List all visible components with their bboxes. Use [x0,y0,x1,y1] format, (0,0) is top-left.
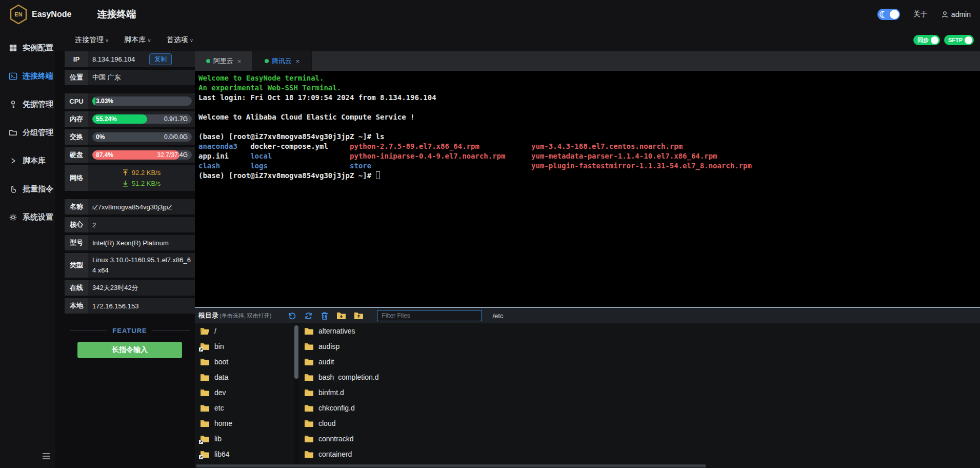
info-row-swap: 交换 0% 0.0/0.0G [65,129,195,145]
sftp-toggle[interactable]: SFTP [944,35,974,45]
file-row-audit[interactable]: audit [299,354,980,369]
file-row-lib[interactable]: lib [195,431,294,446]
sidebar-item-system-settings[interactable]: 系统设置 [0,209,55,225]
folder-icon [304,450,314,458]
file-row-cloud[interactable]: cloud [299,416,980,431]
file-row-home[interactable]: home [195,416,294,431]
file-row-bashcompletiond[interactable]: bash_completion.d [299,369,980,385]
file-row-containerd[interactable]: containerd [299,446,980,462]
memory-progress-bar: 55.24% 0.9/1.7G [92,114,192,124]
sidebar-item-groups[interactable]: 分组管理 [0,125,55,140]
file-tree-root-column: /binbootdatadevetchomeliblib64 [195,323,294,464]
folder-icon [304,388,314,397]
svg-text:EN: EN [14,11,22,17]
copy-ip-button[interactable]: 复制 [149,53,172,65]
file-horizontal-scrollbar[interactable] [195,464,980,468]
folder-icon [304,358,314,366]
terminal-screen[interactable]: Welcome to EasyNode terminal. An experim… [195,71,980,307]
upload-folder-button[interactable] [354,311,364,320]
sidebar: 实例配置 连接终端 凭据管理 分组管理 脚本库 [0,29,55,468]
file-row-binfmtd[interactable]: binfmt.d [299,385,980,400]
refresh-button[interactable] [304,311,313,320]
info-row-disk: 硬盘 87.4% 32.7/37.4G [65,147,195,163]
file-tree-etc-column: alternativesaudispauditbash_completion.d… [299,323,980,464]
about-link[interactable]: 关于 [913,10,928,19]
delete-button[interactable] [321,311,329,320]
network-upload-speed: 92.2 KB/s [132,169,161,177]
filter-files-input[interactable] [377,310,482,321]
folder-icon [304,342,314,350]
file-toolbar: 根目录 (单击选择, 双击打开) [195,308,980,323]
server-cores: 2 [88,217,195,232]
sidebar-item-batch-commands[interactable]: 批量指令 [0,181,55,197]
sidebar-collapse-button[interactable] [42,453,50,462]
connection-status-dot [206,59,210,63]
theme-toggle[interactable] [877,9,900,20]
file-row-boot[interactable]: boot [195,354,294,369]
chevron-right-icon [9,157,17,165]
info-row-cores: 核心 2 [65,217,195,232]
folder-download-icon [336,311,346,320]
folder-icon [304,373,314,381]
info-row-cpu: CPU 3.03% [65,93,195,109]
file-row-bin[interactable]: bin [195,339,294,354]
folder-upload-icon [354,311,364,320]
folder-icon [304,419,314,427]
sidebar-item-scripts[interactable]: 脚本库 [0,153,55,168]
close-icon[interactable]: × [237,57,242,65]
download-folder-button[interactable] [336,311,346,320]
folder-icon [304,404,314,412]
menu-connection-manage[interactable]: 连接管理 ∨ [75,35,109,45]
info-row-memory: 内存 55.24% 0.9/1.7G [65,111,195,127]
toggle-knob [931,36,938,44]
file-row-data[interactable]: data [195,369,294,385]
moon-icon [879,11,887,18]
sidebar-item-instance-config[interactable]: 实例配置 [0,40,55,55]
user-menu[interactable]: admin [941,10,971,18]
info-row-location: 位置 中国 广东 [65,70,195,85]
menu-script-library[interactable]: 脚本库 ∨ [124,35,151,45]
info-row-ip: IP 8.134.196.104 复制 [65,51,195,67]
cpu-progress-bar: 3.03% [92,96,192,106]
hand-icon [9,185,17,193]
server-info-panel: IP 8.134.196.104 复制 位置 中国 广东 CPU 3 [65,51,195,468]
server-hostname: iZ7xv8mogva854vg30j3jpZ [88,199,195,215]
close-icon[interactable]: × [296,57,300,65]
folder-icon [304,435,314,443]
file-row-conntrackd[interactable]: conntrackd [299,431,980,446]
file-row-lib64[interactable]: lib64 [195,446,294,462]
page-title: 连接终端 [97,8,136,21]
gear-icon [9,213,17,222]
file-row-dev[interactable]: dev [195,385,294,400]
download-arrow-icon [123,180,128,187]
undo-button[interactable] [288,311,296,320]
menubar: 连接管理 ∨ 脚本库 ∨ 首选项 ∨ 同步 SFTP [55,29,980,51]
folder-icon [200,358,210,366]
file-row-chkconfigd[interactable]: chkconfig.d [299,400,980,416]
file-lists: /binbootdatadevetchomeliblib64 alternati… [195,323,980,464]
chevron-down-icon: ∨ [147,37,151,43]
file-row-alternatives[interactable]: alternatives [299,323,980,339]
menu-preferences[interactable]: 首选项 ∨ [167,35,193,45]
file-row-etc[interactable]: etc [195,400,294,416]
info-row-network: 网络 92.2 KB/s [65,165,195,191]
file-tree-scrollbar[interactable] [294,323,299,464]
swap-progress-bar: 0% 0.0/0.0G [92,132,192,142]
easynode-logo-icon: EN [9,4,28,25]
toggle-knob [890,10,899,19]
sidebar-item-terminal[interactable]: 连接终端 [0,68,55,84]
tab-tencent[interactable]: 腾讯云 × [253,51,312,71]
info-row-model: 型号 Intel(R) Xeon(R) Platinum [65,235,195,250]
file-row-[interactable]: / [195,323,294,339]
user-icon [941,11,949,18]
tab-aliyun[interactable]: 阿里云 × [195,51,253,71]
brand-name: EasyNode [32,10,71,19]
sync-toggle[interactable]: 同步 [913,35,940,45]
chevron-down-icon: ∨ [105,37,109,43]
trash-icon [321,311,329,320]
long-command-input-button[interactable]: 长指令输入 [77,342,182,358]
folder-icon [304,327,314,335]
feature-divider: FEATURE [70,327,190,335]
sidebar-item-credentials[interactable]: 凭据管理 [0,96,55,112]
file-row-audisp[interactable]: audisp [299,339,980,354]
